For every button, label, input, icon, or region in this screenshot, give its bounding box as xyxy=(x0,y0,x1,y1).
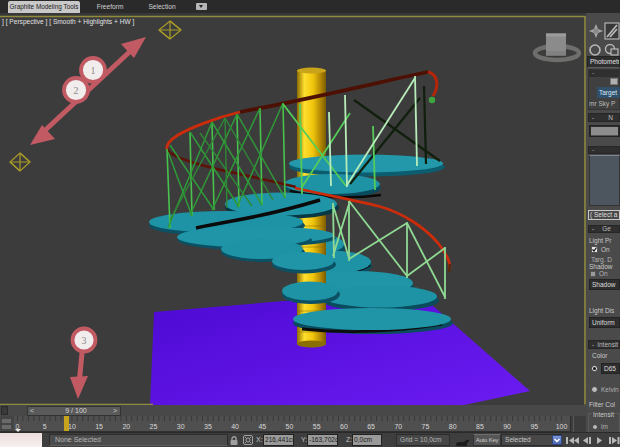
svg-text:80: 80 xyxy=(449,423,457,430)
svg-text:60: 60 xyxy=(340,423,348,430)
svg-text:65: 65 xyxy=(367,423,375,430)
svg-text:50: 50 xyxy=(286,423,294,430)
svg-text:35: 35 xyxy=(204,423,212,430)
svg-text:2: 2 xyxy=(74,85,79,96)
svg-text:0: 0 xyxy=(16,423,20,430)
svg-text:15: 15 xyxy=(95,423,103,430)
svg-text:95: 95 xyxy=(530,423,538,430)
svg-text:70: 70 xyxy=(394,423,402,430)
svg-text:3: 3 xyxy=(82,335,87,346)
svg-text:75: 75 xyxy=(422,423,430,430)
svg-text:85: 85 xyxy=(476,423,484,430)
svg-text:45: 45 xyxy=(258,423,266,430)
svg-text:100: 100 xyxy=(556,423,568,430)
svg-text:25: 25 xyxy=(150,423,158,430)
svg-text:1: 1 xyxy=(91,65,96,76)
svg-text:5: 5 xyxy=(43,423,47,430)
svg-text:20: 20 xyxy=(122,423,130,430)
svg-text:90: 90 xyxy=(503,423,511,430)
svg-text:30: 30 xyxy=(177,423,185,430)
svg-text:40: 40 xyxy=(231,423,239,430)
svg-text:10: 10 xyxy=(68,423,76,430)
svg-text:55: 55 xyxy=(313,423,321,430)
